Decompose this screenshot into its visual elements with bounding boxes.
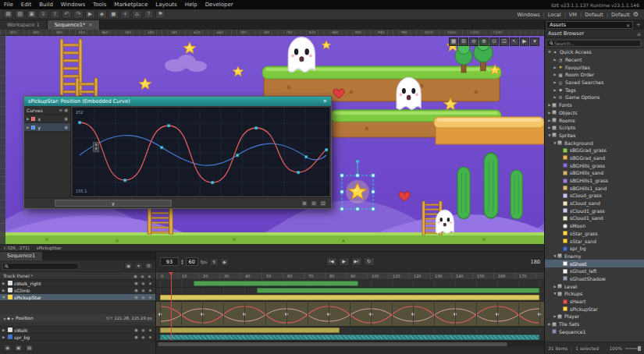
- tree-item-room-order[interactable]: ▶▦Room Order: [545, 71, 644, 79]
- zoom-out-icon[interactable]: ⊖: [469, 37, 479, 46]
- record-column-icon[interactable]: ●: [133, 274, 138, 278]
- record-icon[interactable]: ●: [133, 281, 139, 285]
- open-arrow-icon[interactable]: ▼: [2, 296, 6, 299]
- zoom-actual-icon[interactable]: ⊙: [489, 37, 499, 46]
- tree-item-quick-access[interactable]: ▼✦Quick Access: [545, 48, 644, 56]
- tab-sequence1[interactable]: Sequence1: [0, 252, 42, 260]
- tree-item-sbggrad-grass[interactable]: sBGGrad_grass: [545, 147, 644, 154]
- tree-item-background[interactable]: ▼Background: [545, 139, 644, 147]
- position-parameter-row[interactable]: ◀ ◆ ▶ Position X/Y221.28, 225.29 px: [0, 314, 155, 322]
- grid-icon[interactable]: ▦: [449, 37, 458, 46]
- sequence-canvas[interactable]: 3003403804204605005405806206607007407808…: [0, 30, 544, 251]
- timeline-ruler[interactable]: 0102030405060708090100110120130140150160…: [156, 272, 544, 280]
- target-default-3[interactable]: Default: [585, 12, 603, 18]
- menu-windows[interactable]: Windows: [57, 0, 89, 9]
- zoom-slider-knob[interactable]: [638, 346, 641, 351]
- tree-item-smoon[interactable]: sMoon: [545, 222, 644, 230]
- closed-arrow-icon[interactable]: ▶: [2, 335, 6, 339]
- menu-icon[interactable]: ≡: [637, 31, 641, 37]
- stop-icon[interactable]: ◼: [109, 10, 119, 19]
- debug-icon[interactable]: ◈: [97, 10, 107, 19]
- record-icon[interactable]: ●: [133, 327, 139, 332]
- lock-icon[interactable]: ▪: [148, 288, 153, 292]
- lock-icon[interactable]: ▪: [148, 281, 153, 285]
- eye-icon[interactable]: ◉: [141, 335, 146, 339]
- add-tab-button[interactable]: +: [635, 22, 642, 28]
- folder-icon[interactable]: ▤: [25, 344, 34, 352]
- tree-item-scloud-grass[interactable]: sCloud_grass: [545, 192, 644, 200]
- close-icon[interactable]: ✕: [323, 97, 327, 106]
- tree-item-game-options[interactable]: ▶⚙Game Options: [545, 94, 644, 101]
- curve-window-titlebar[interactable]: sPickupStar: Position (Embedded Curve) ✕: [24, 97, 331, 106]
- camera-icon[interactable]: ▣: [14, 344, 23, 352]
- zoom-fit-icon[interactable]: ⊡: [319, 200, 327, 207]
- frame-stepper[interactable]: ▲ ▼: [181, 259, 183, 265]
- settings-icon[interactable]: ⚙: [144, 262, 153, 270]
- closed-arrow-icon[interactable]: ▶: [27, 117, 29, 121]
- eye-icon[interactable]: ◉: [141, 327, 146, 332]
- eye-icon[interactable]: ◉: [64, 125, 68, 129]
- selected-star-sprite[interactable]: [346, 180, 369, 204]
- target-vm-2[interactable]: VM: [569, 12, 577, 18]
- tree-item-level[interactable]: ▶Level: [545, 282, 644, 290]
- timeline-lanes[interactable]: [156, 280, 544, 341]
- tree-item-spr-bg[interactable]: spr_bg: [545, 245, 644, 253]
- add-key-icon[interactable]: ◆: [220, 258, 229, 266]
- track-row-swalk[interactable]: ▶ sWalk ● ◉ ▪: [0, 327, 155, 334]
- room-scene[interactable]: ▦⊞⊖⊕⊙⊡↖▶▾ sPickupStar: Position (Embedde…: [0, 36, 544, 244]
- track-row-spickupstar[interactable]: ▼ sPickupStar ● ◉ ▪: [0, 294, 155, 301]
- next-key-icon[interactable]: ▶: [12, 317, 14, 320]
- keyframe-icon[interactable]: ◆: [7, 316, 10, 320]
- current-frame-input[interactable]: 93: [160, 257, 179, 266]
- curve-graph[interactable]: 252 155.1: [73, 108, 329, 196]
- tree-item-enemy[interactable]: ▼Enemy: [545, 253, 644, 260]
- stepper-down-icon[interactable]: ▼: [94, 147, 98, 152]
- clean-icon[interactable]: +: [120, 10, 130, 19]
- clip-sclimb[interactable]: [257, 288, 539, 293]
- tree-item-sequence1[interactable]: Sequence1: [545, 327, 644, 335]
- eye-icon[interactable]: ◉: [64, 116, 68, 121]
- target-windows-0[interactable]: Windows: [518, 12, 540, 18]
- menu-marketplace[interactable]: Marketplace: [110, 0, 151, 9]
- snap-icon[interactable]: ⊞: [459, 37, 468, 46]
- prev-frame-button[interactable]: I◀: [326, 257, 337, 266]
- loop-button[interactable]: ↻: [364, 257, 375, 266]
- asset-search-input[interactable]: Assets ✕: [546, 21, 633, 29]
- zoom-fit-icon[interactable]: ⊡: [500, 37, 509, 46]
- lock-icon[interactable]: ▪: [148, 295, 153, 299]
- menu-file[interactable]: File: [0, 0, 17, 9]
- save-project-icon[interactable]: ▣: [27, 10, 37, 19]
- undo-icon[interactable]: ↶: [62, 10, 72, 19]
- close-icon[interactable]: ✕: [626, 23, 630, 28]
- tree-item-pickups[interactable]: ▼Pickups: [545, 290, 644, 298]
- stepper-down-icon[interactable]: ▼: [181, 262, 183, 265]
- tree-item-sstar-sand[interactable]: sStar_sand: [545, 237, 644, 245]
- new-project-icon[interactable]: ▤: [3, 10, 13, 19]
- playhead-marker[interactable]: [169, 272, 173, 278]
- tree-item-sghost[interactable]: sGhost: [545, 260, 644, 267]
- active-curve-button[interactable]: y: [55, 200, 172, 207]
- track-search-input[interactable]: [2, 263, 79, 270]
- target-icon[interactable]: ⌂: [132, 10, 142, 19]
- closed-arrow-icon[interactable]: ▶: [2, 328, 6, 332]
- clip-swalk[interactable]: [160, 327, 340, 333]
- record-icon[interactable]: ●: [133, 288, 139, 292]
- export-icon[interactable]: ⇧: [50, 10, 60, 19]
- eye-icon[interactable]: ◉: [3, 344, 12, 352]
- menu-edit[interactable]: Edit: [17, 0, 36, 9]
- tree-item-tags[interactable]: ▶◆Tags: [545, 86, 644, 94]
- menu-build[interactable]: Build: [35, 0, 57, 9]
- redo-icon[interactable]: ↷: [73, 10, 84, 19]
- eye-icon[interactable]: ◉: [141, 295, 146, 299]
- tree-item-tile-sets[interactable]: ▶Tile Sets: [545, 320, 644, 328]
- target-local-1[interactable]: Local: [548, 12, 561, 18]
- tree-item-scripts[interactable]: ▶Scripts: [545, 124, 644, 132]
- curve-row-x[interactable]: ▶ x ◉: [24, 115, 70, 123]
- prev-key-icon[interactable]: ◀: [3, 317, 5, 320]
- timeline-scrollbar[interactable]: [156, 341, 544, 347]
- fps-input[interactable]: 60: [186, 257, 198, 266]
- sand-platform[interactable]: [434, 117, 544, 144]
- run-icon[interactable]: ▶: [85, 10, 95, 19]
- tree-item-favourites[interactable]: ▶★Favourites: [545, 63, 644, 71]
- close-icon[interactable]: ✕: [88, 20, 92, 30]
